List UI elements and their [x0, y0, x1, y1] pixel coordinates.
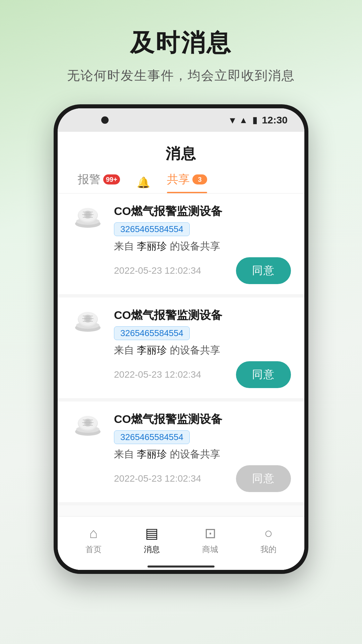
app-header-title: 消息 — [58, 144, 304, 164]
message-info-4: CO燃气报警监测设备 3265465584554 来自 李丽珍 的设备共享 — [114, 516, 291, 516]
message-item-4: CO燃气报警监测设备 3265465584554 来自 李丽珍 的设备共享 20… — [58, 505, 304, 516]
status-bar: ▾ ▲ ▮ 12:30 — [58, 108, 304, 132]
message-time-3: 2022-05-23 12:02:34 — [114, 473, 201, 484]
share-text-1: 来自 李丽珍 的设备共享 — [114, 239, 291, 253]
profile-icon: ○ — [264, 525, 273, 541]
home-icon: ⌂ — [89, 525, 98, 541]
phone-frame: ▾ ▲ ▮ 12:30 消息 报警 99+ 🔔 共享 3 — [54, 104, 308, 574]
tab-bar: 报警 99+ 🔔 共享 3 — [58, 164, 304, 194]
message-info-1: CO燃气报警监测设备 3265465584554 来自 李丽珍 的设备共享 — [114, 204, 291, 253]
nav-label-profile: 我的 — [260, 544, 277, 555]
message-top-1: CO燃气报警监测设备 3265465584554 来自 李丽珍 的设备共享 — [71, 204, 291, 253]
page-title: 及时消息 — [67, 27, 295, 59]
smoke-detector-svg-2 — [73, 309, 103, 333]
nav-item-shop[interactable]: ⊡ 商城 — [181, 525, 239, 555]
device-image-3 — [71, 412, 105, 438]
smoke-detector-svg-3 — [73, 413, 103, 437]
nav-item-message[interactable]: ▤ 消息 — [123, 525, 181, 555]
message-info-3: CO燃气报警监测设备 3265465584554 来自 李丽珍 的设备共享 — [114, 412, 291, 461]
nav-label-home: 首页 — [85, 544, 102, 555]
message-item: CO燃气报警监测设备 3265465584554 来自 李丽珍 的设备共享 20… — [58, 194, 304, 294]
agree-button-1[interactable]: 同意 — [236, 257, 291, 284]
nav-label-message: 消息 — [144, 544, 160, 555]
device-name-3: CO燃气报警监测设备 — [114, 412, 291, 427]
device-id-3: 3265465584554 — [114, 430, 190, 444]
page-header: 及时消息 无论何时发生事件，均会立即收到消息 — [67, 0, 295, 104]
tab-share[interactable]: 共享 3 — [167, 172, 207, 193]
home-indicator — [58, 563, 304, 570]
device-id-1: 3265465584554 — [114, 222, 190, 236]
message-time-1: 2022-05-23 12:02:34 — [114, 265, 201, 276]
message-top-2: CO燃气报警监测设备 3265465584554 来自 李丽珍 的设备共享 — [71, 308, 291, 357]
device-image-1 — [71, 204, 105, 230]
status-time: 12:30 — [262, 114, 288, 126]
home-bar — [147, 566, 215, 568]
message-bottom-2: 2022-05-23 12:02:34 同意 — [71, 361, 291, 388]
camera-dot — [101, 116, 109, 124]
message-bottom-3: 2022-05-23 12:02:34 同意 — [71, 465, 291, 492]
device-id-2: 3265465584554 — [114, 326, 190, 340]
tab-alert-badge: 99+ — [103, 174, 120, 184]
messages-list: CO燃气报警监测设备 3265465584554 来自 李丽珍 的设备共享 20… — [58, 194, 304, 516]
device-image-4 — [71, 516, 105, 516]
status-icons: ▾ ▲ ▮ 12:30 — [230, 114, 288, 126]
signal-icon: ▲ — [239, 115, 248, 125]
message-item-3: CO燃气报警监测设备 3265465584554 来自 李丽珍 的设备共享 20… — [58, 401, 304, 502]
message-time-2: 2022-05-23 12:02:34 — [114, 369, 201, 380]
message-bottom-1: 2022-05-23 12:02:34 同意 — [71, 257, 291, 284]
bell-icon: 🔔 — [137, 176, 150, 189]
tab-share-label: 共享 — [167, 172, 190, 187]
bottom-nav: ⌂ 首页 ▤ 消息 ⊡ 商城 ○ 我的 — [58, 516, 304, 563]
app-header: 消息 — [58, 132, 304, 164]
page-subtitle: 无论何时发生事件，均会立即收到消息 — [67, 67, 295, 84]
phone-screen: ▾ ▲ ▮ 12:30 消息 报警 99+ 🔔 共享 3 — [58, 108, 304, 570]
nav-item-home[interactable]: ⌂ 首页 — [64, 525, 123, 555]
nav-item-profile[interactable]: ○ 我的 — [239, 525, 298, 555]
message-icon: ▤ — [145, 525, 159, 541]
tab-alert-label: 报警 — [78, 172, 101, 187]
share-text-3: 来自 李丽珍 的设备共享 — [114, 447, 291, 461]
agree-button-3-disabled: 同意 — [236, 465, 291, 492]
device-image-2 — [71, 308, 105, 334]
message-item-2: CO燃气报警监测设备 3265465584554 来自 李丽珍 的设备共享 20… — [58, 298, 304, 398]
nav-label-shop: 商城 — [202, 544, 218, 555]
share-text-2: 来自 李丽珍 的设备共享 — [114, 343, 291, 357]
shop-icon: ⊡ — [204, 525, 216, 541]
smoke-detector-svg-1 — [73, 205, 103, 229]
message-info-2: CO燃气报警监测设备 3265465584554 来自 李丽珍 的设备共享 — [114, 308, 291, 357]
agree-button-2[interactable]: 同意 — [236, 361, 291, 388]
wifi-icon: ▾ — [230, 115, 235, 126]
device-name-2: CO燃气报警监测设备 — [114, 308, 291, 323]
message-top-3: CO燃气报警监测设备 3265465584554 来自 李丽珍 的设备共享 — [71, 412, 291, 461]
message-top-4: CO燃气报警监测设备 3265465584554 来自 李丽珍 的设备共享 — [71, 516, 291, 516]
device-name-1: CO燃气报警监测设备 — [114, 204, 291, 219]
tab-alert[interactable]: 报警 99+ — [78, 172, 120, 193]
device-name-4: CO燃气报警监测设备 — [114, 516, 291, 516]
battery-icon: ▮ — [252, 115, 257, 125]
tab-share-badge: 3 — [192, 174, 207, 184]
app-content: 消息 报警 99+ 🔔 共享 3 — [58, 132, 304, 570]
